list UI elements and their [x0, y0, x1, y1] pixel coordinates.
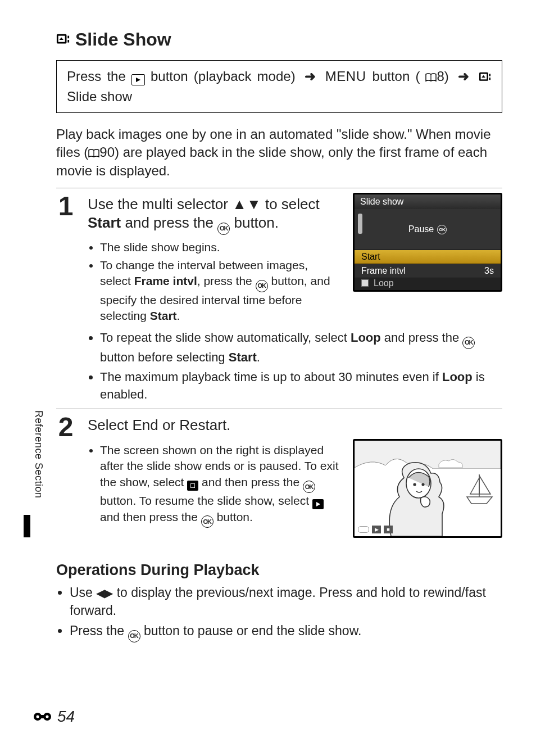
nav-text: Press the: [67, 69, 131, 84]
strip-play-icon: ▶: [372, 526, 381, 533]
side-tab-label: Reference Section: [33, 410, 44, 499]
menu-row-start: Start: [355, 250, 501, 264]
page-number-value: 54: [57, 708, 75, 726]
illustration-control-strip: ▶ ■: [358, 526, 393, 533]
bullet: To change the interval between images, s…: [100, 257, 342, 324]
menu-title: Slide show: [355, 194, 501, 209]
checkbox-icon: [361, 279, 369, 287]
operations-heading: Operations During Playback: [56, 562, 502, 579]
menu-pause-label: Pause: [408, 224, 434, 234]
step-1-bullets-wide: To repeat the slide show automatically, …: [88, 329, 502, 403]
step-number: 1: [56, 193, 75, 220]
svg-point-23: [422, 483, 424, 486]
menu-row-label: Frame intvl: [361, 266, 406, 276]
menu-pause-area: Pause OK: [355, 209, 501, 250]
svg-rect-15: [489, 74, 491, 76]
step-1: 1 Use the multi selector ▲▼ to select St…: [56, 193, 502, 405]
navigation-path-box: Press the button (playback mode) ➜ MENU …: [56, 60, 502, 113]
bullet-text: button. To resume the slide show, select: [100, 494, 312, 507]
svg-rect-18: [190, 483, 195, 488]
bullet-text: button before selecting: [100, 350, 229, 364]
operations-bullets: Use ◀▶ to display the previous/next imag…: [56, 583, 502, 642]
bullet-text: .: [177, 309, 180, 322]
page-number: 54: [33, 708, 75, 726]
bullet-text: button to pause or end the slide show.: [140, 623, 362, 638]
step-text: and press the: [121, 214, 217, 231]
step-2: 2 Select End or Restart. The screen show…: [56, 414, 502, 538]
bullet-text: , press the: [197, 274, 256, 287]
step-number: 2: [56, 414, 75, 441]
svg-marker-10: [136, 78, 140, 82]
step-1-title: Use the multi selector ▲▼ to select Star…: [88, 195, 342, 234]
bullet: Use ◀▶ to display the previous/next imag…: [70, 583, 502, 619]
slideshow-menu-screenshot: Slide show Pause OK Start Frame intvl 3s: [353, 193, 502, 292]
bullet-text: to display the previous/next image. Pres…: [70, 585, 486, 618]
bullet-text-bold: Loop: [351, 331, 381, 345]
menu-row-frame-intvl: Frame intvl 3s: [355, 264, 501, 278]
nav-text: Slide show: [67, 89, 132, 104]
bullet-text: Press the: [70, 623, 128, 638]
bullet-text: To repeat the slide show automatically, …: [100, 331, 351, 345]
svg-point-3: [37, 716, 39, 718]
stop-square-icon: [187, 481, 198, 491]
page-reference-icon: [425, 73, 437, 82]
side-tab-marker: [24, 515, 30, 537]
step-1-bullets: The slide show begins. To change the int…: [88, 239, 342, 324]
ok-button-icon: OK: [437, 225, 447, 234]
svg-rect-16: [489, 78, 491, 80]
page-title: Slide Show: [56, 29, 502, 50]
ok-button-icon: OK: [303, 481, 315, 493]
step-text: Use the multi selector: [88, 196, 232, 212]
manual-page: Reference Section 54: [0, 0, 536, 756]
step-2-title: Select End or Restart.: [88, 416, 502, 434]
play-square-icon: [312, 499, 324, 509]
bullet-text: and press the: [381, 331, 463, 345]
separator: [56, 188, 502, 188]
bullet-text: Use: [70, 585, 96, 600]
page-reference-icon: [88, 149, 99, 158]
intro-page-ref: 90: [99, 144, 115, 160]
playback-button-icon: [131, 74, 145, 85]
nav-text: ): [444, 69, 455, 84]
svg-rect-9: [67, 40, 69, 43]
nav-page-ref: 8: [437, 69, 444, 84]
nav-text: button (: [373, 69, 420, 84]
bullet-text: The maximum playback time is up to about…: [100, 370, 442, 384]
svg-point-4: [46, 716, 49, 718]
bullet: To repeat the slide show automatically, …: [100, 329, 502, 366]
menu-row-label: Start: [361, 252, 380, 262]
bullet-text: button.: [214, 510, 253, 523]
arrow-right-icon: ➜: [305, 69, 316, 84]
intro-text: ) are played back in the slide show, onl…: [56, 144, 487, 178]
bullet-text: .: [257, 350, 260, 364]
bullet-text-bold: Frame intvl: [134, 274, 197, 287]
svg-rect-8: [67, 35, 69, 38]
ok-button-icon: OK: [462, 337, 475, 349]
reference-link-icon: [33, 710, 55, 723]
ok-button-icon: OK: [128, 630, 140, 642]
bullet: The slide show begins.: [100, 239, 342, 255]
slideshow-menu-icon: [56, 34, 70, 46]
bullet-text: and then press the: [198, 476, 303, 488]
step-text-bold: Start: [88, 214, 121, 231]
slideshow-menu-icon: [478, 71, 492, 84]
step-text: to select: [261, 196, 320, 212]
ok-button-icon: OK: [256, 280, 268, 292]
step-2-bullets: The screen shown on the right is display…: [88, 442, 342, 528]
up-down-arrows-icon: ▲▼: [232, 196, 261, 212]
ok-button-icon: OK: [217, 223, 230, 235]
end-restart-illustration: ▶ ■: [353, 439, 502, 538]
bullet: The maximum playback time is up to about…: [100, 369, 502, 404]
bullet: The screen shown on the right is display…: [100, 442, 342, 528]
step-text: button.: [230, 214, 279, 231]
separator: [56, 409, 502, 409]
scroll-indicator-icon: [358, 214, 362, 234]
ok-button-icon: OK: [201, 515, 214, 528]
menu-row-value: 3s: [484, 266, 494, 276]
bullet-text-bold: Start: [229, 350, 257, 364]
menu-row-loop: Loop: [355, 278, 501, 290]
menu-row-label: Loop: [374, 278, 394, 288]
bullet-text: and then press the: [100, 510, 201, 523]
intro-paragraph: Play back images one by one in an automa…: [56, 125, 502, 180]
svg-point-22: [414, 483, 416, 486]
